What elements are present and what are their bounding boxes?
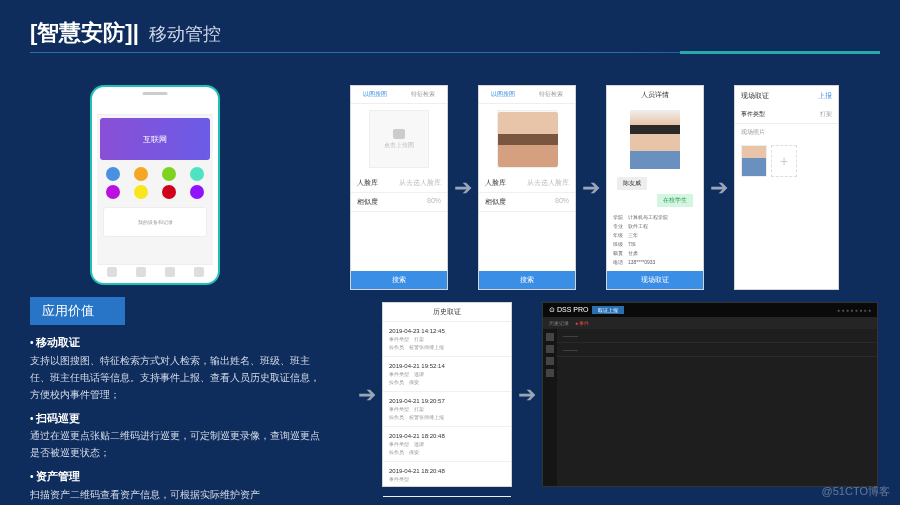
- value-header: 应用价值: [30, 297, 125, 325]
- id-photo: [630, 110, 680, 169]
- evidence-thumb: [741, 145, 767, 177]
- watermark: @51CTO博客: [822, 484, 890, 499]
- mock-evidence: 现场取证上报 事件类型打架 现场照片 +: [734, 85, 839, 290]
- mock-history: 历史取证 2019-04-23 14:12:45事件类型 打架操作员 校警张师傅…: [382, 302, 512, 487]
- dss-logo: ⊙ DSS PRO: [549, 306, 588, 314]
- add-photo-button[interactable]: +: [771, 145, 797, 177]
- search-button[interactable]: 搜索: [479, 271, 575, 289]
- arrow-icon: ➔: [710, 175, 728, 201]
- mock-dss-platform: ⊙ DSS PRO 取证上报 ● ● ● ● ● ● ● ● 历史记录● 事件 …: [542, 302, 878, 487]
- mock-search-photo: 以图搜图特征检索 人脸库从去选人脸库 相似度80% 搜索: [478, 85, 576, 290]
- page-title-bracket: [智慧安防]|: [30, 18, 139, 48]
- arrow-icon: ➔: [582, 175, 600, 201]
- phone-card: 我的设备和记录: [103, 207, 207, 237]
- search-button[interactable]: 搜索: [351, 271, 447, 289]
- report-link[interactable]: 上报: [818, 91, 832, 101]
- mock-person-detail: 人员详情 陈友威在校学生 学院 计算机与工程学院专业 软件工程年级 三年班级 7…: [606, 85, 704, 290]
- table-row[interactable]: ———: [557, 343, 877, 357]
- arrow-icon: ➔: [454, 175, 472, 201]
- table-row[interactable]: ———: [557, 329, 877, 343]
- arrow-icon: ➔: [358, 382, 376, 408]
- evidence-button[interactable]: 现场取证: [607, 271, 703, 289]
- phone-banner: 互联网: [100, 118, 210, 160]
- arrow-icon: ➔: [518, 382, 536, 408]
- header-divider: [30, 52, 880, 53]
- camera-icon: [393, 129, 405, 139]
- page-subtitle: 移动管控: [149, 22, 221, 46]
- value-body: 移动取证支持以图搜图、特征检索方式对人检索，输出姓名、班级、班主任、班主任电话等…: [30, 333, 320, 503]
- dss-tab[interactable]: 取证上报: [592, 306, 624, 314]
- uploaded-face: [498, 112, 558, 167]
- mock-search-blank: 以图搜图特征检索 点击上传图 人脸库从去选人脸库 相似度80% 搜索: [350, 85, 448, 290]
- phone-mockup: 互联网 我的设备和记录: [90, 85, 220, 285]
